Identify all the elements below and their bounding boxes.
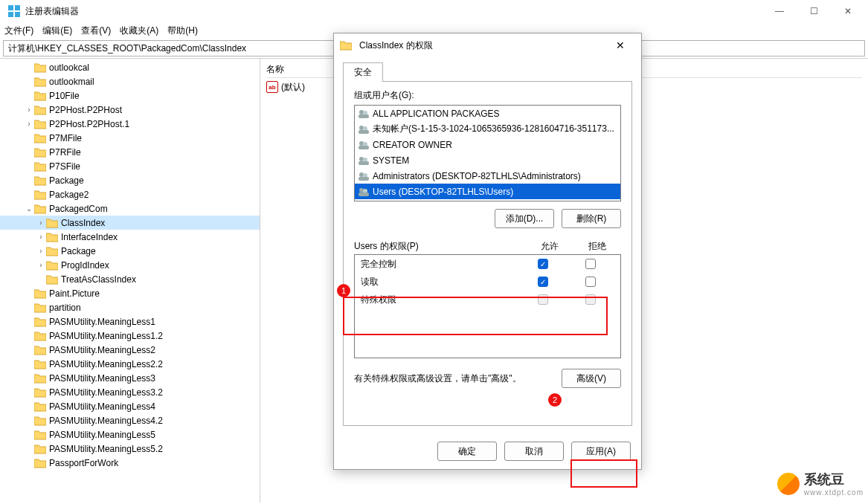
tree-item-package2[interactable]: ›Package2 xyxy=(0,187,260,201)
folder-icon xyxy=(34,119,46,129)
svg-rect-15 xyxy=(359,161,369,165)
tree-item-p10file[interactable]: ›P10File xyxy=(0,88,260,103)
add-button[interactable]: 添加(D)... xyxy=(495,209,554,228)
folder-icon xyxy=(34,62,46,73)
dialog-titlebar: ClassIndex 的权限 ✕ xyxy=(334,33,641,57)
group-item[interactable]: SYSTEM xyxy=(355,152,620,168)
dialog-close-button[interactable]: ✕ xyxy=(605,39,635,51)
checkbox-deny[interactable] xyxy=(585,277,596,287)
folder-icon xyxy=(34,133,46,143)
tree-item-pasmutility-meaningless3-2[interactable]: ›PASMUtility.MeaningLess3.2 xyxy=(0,385,260,399)
svg-rect-21 xyxy=(359,193,369,196)
tree-item-treatasclassindex[interactable]: ›TreatAsClassIndex xyxy=(0,272,260,286)
folder-icon xyxy=(34,401,46,412)
chevron-right-icon[interactable]: › xyxy=(24,120,34,128)
folder-icon xyxy=(34,105,46,115)
group-item[interactable]: ALL APPLICATION PACKAGES xyxy=(355,106,620,121)
tree-item-package[interactable]: ›Package xyxy=(0,173,260,187)
folder-icon xyxy=(34,91,46,101)
tree-item-label: Package xyxy=(49,175,84,186)
checkbox-allow[interactable]: ✓ xyxy=(538,277,548,287)
minimize-button[interactable]: — xyxy=(762,0,797,22)
badge-1: 1 xyxy=(337,284,350,297)
tree-item-package[interactable]: ›Package xyxy=(0,244,260,258)
apply-button[interactable]: 应用(A) xyxy=(571,442,631,461)
tab-security[interactable]: 安全 xyxy=(343,62,383,82)
folder-icon xyxy=(34,458,46,468)
app-icon xyxy=(7,4,21,18)
tree-item-pasmutility-meaningless2-2[interactable]: ›PASMUtility.MeaningLess2.2 xyxy=(0,357,260,371)
tree-item-p7mfile[interactable]: ›P7MFile xyxy=(0,131,260,145)
tree-item-label: outlookcal xyxy=(49,62,89,73)
folder-icon xyxy=(34,331,46,341)
tree-item-p2phost-p2phost-1[interactable]: ›P2PHost.P2PHost.1 xyxy=(0,117,260,131)
perm-name: 特殊权限 xyxy=(361,294,519,306)
chevron-right-icon[interactable]: › xyxy=(36,261,46,269)
string-value-icon: ab xyxy=(266,81,278,93)
menu-file[interactable]: 文件(F) xyxy=(4,25,33,37)
menu-edit[interactable]: 编辑(E) xyxy=(42,25,72,37)
tree-item-pasmutility-meaningless4-2[interactable]: ›PASMUtility.MeaningLess4.2 xyxy=(0,413,260,427)
ok-button[interactable]: 确定 xyxy=(437,442,497,461)
group-name: SYSTEM xyxy=(373,155,409,166)
group-name: ALL APPLICATION PACKAGES xyxy=(373,109,500,119)
tree-item-pasmutility-meaningless3[interactable]: ›PASMUtility.MeaningLess3 xyxy=(0,371,260,385)
chevron-right-icon[interactable]: › xyxy=(36,233,46,241)
svg-rect-2 xyxy=(8,12,13,17)
chevron-right-icon[interactable]: › xyxy=(36,219,46,227)
folder-icon xyxy=(34,288,46,299)
maximize-button[interactable]: ☐ xyxy=(797,0,831,22)
folder-icon xyxy=(46,274,58,285)
chevron-right-icon[interactable]: › xyxy=(24,106,34,114)
group-name: CREATOR OWNER xyxy=(373,140,452,150)
folder-icon xyxy=(46,260,58,271)
chevron-down-icon[interactable]: ⌄ xyxy=(24,204,34,213)
cancel-button[interactable]: 取消 xyxy=(504,442,564,461)
tree-item-packagedcom[interactable]: ⌄PackagedCom xyxy=(0,201,260,216)
tree-item-label: PASMUtility.MeaningLess4.2 xyxy=(49,416,163,426)
perm-name: 读取 xyxy=(361,276,519,288)
tree-item-interfaceindex[interactable]: ›InterfaceIndex xyxy=(0,230,260,244)
menu-view[interactable]: 查看(V) xyxy=(81,25,111,37)
registry-tree[interactable]: ›outlookcal›outlookmail›P10File›P2PHost.… xyxy=(0,59,260,503)
tree-item-passportforwork[interactable]: ›PassportForWork xyxy=(0,456,260,470)
group-item[interactable]: Users (DESKTOP-82TLHLS\Users) xyxy=(355,184,620,199)
advanced-button[interactable]: 高级(V) xyxy=(562,369,621,388)
tree-item-paint-picture[interactable]: ›Paint.Picture xyxy=(0,286,260,300)
remove-button[interactable]: 删除(R) xyxy=(562,209,621,228)
folder-icon xyxy=(34,317,46,327)
value-name: (默认) xyxy=(281,81,305,94)
tree-item-pasmutility-meaningless1-2[interactable]: ›PASMUtility.MeaningLess1.2 xyxy=(0,329,260,343)
svg-rect-18 xyxy=(359,177,369,181)
tree-item-outlookcal[interactable]: ›outlookcal xyxy=(0,60,260,74)
close-button[interactable]: ✕ xyxy=(831,0,865,22)
tree-item-label: PASMUtility.MeaningLess1 xyxy=(49,317,155,327)
groups-listbox[interactable]: ALL APPLICATION PACKAGES未知帐户(S-1-15-3-10… xyxy=(354,105,621,201)
tree-item-p2phost-p2phost[interactable]: ›P2PHost.P2PHost xyxy=(0,103,260,117)
chevron-right-icon[interactable]: › xyxy=(36,247,46,255)
menu-help[interactable]: 帮助(H) xyxy=(167,25,198,37)
tree-item-p7rfile[interactable]: ›P7RFile xyxy=(0,145,260,159)
group-item[interactable]: Administrators (DESKTOP-82TLHLS\Administ… xyxy=(355,168,620,184)
checkbox-deny[interactable] xyxy=(585,259,596,269)
tree-item-classindex[interactable]: ›ClassIndex xyxy=(0,216,260,230)
tree-item-pasmutility-meaningless5[interactable]: ›PASMUtility.MeaningLess5 xyxy=(0,427,260,442)
tree-item-pasmutility-meaningless5-2[interactable]: ›PASMUtility.MeaningLess5.2 xyxy=(0,442,260,456)
tree-item-outlookmail[interactable]: ›outlookmail xyxy=(0,74,260,88)
column-name[interactable]: 名称 xyxy=(266,63,284,76)
tree-item-label: P2PHost.P2PHost.1 xyxy=(49,119,129,129)
tree-item-progidindex[interactable]: ›ProgIdIndex xyxy=(0,258,260,272)
svg-rect-0 xyxy=(8,5,13,10)
group-item[interactable]: 未知帐户(S-1-15-3-1024-1065365936-1281604716… xyxy=(355,121,620,137)
menu-favorites[interactable]: 收藏夹(A) xyxy=(120,25,158,37)
watermark-logo-icon xyxy=(777,473,800,495)
tree-item-pasmutility-meaningless1[interactable]: ›PASMUtility.MeaningLess1 xyxy=(0,314,260,329)
tree-item-p7sfile[interactable]: ›P7SFile xyxy=(0,159,260,173)
tree-item-pasmutility-meaningless2[interactable]: ›PASMUtility.MeaningLess2 xyxy=(0,343,260,357)
tree-item-pasmutility-meaningless4[interactable]: ›PASMUtility.MeaningLess4 xyxy=(0,399,260,413)
checkbox-allow[interactable]: ✓ xyxy=(538,259,548,269)
tree-item-label: Package2 xyxy=(49,190,89,200)
group-icon xyxy=(358,124,370,135)
group-item[interactable]: CREATOR OWNER xyxy=(355,137,620,152)
tree-item-partition[interactable]: ›partition xyxy=(0,300,260,314)
